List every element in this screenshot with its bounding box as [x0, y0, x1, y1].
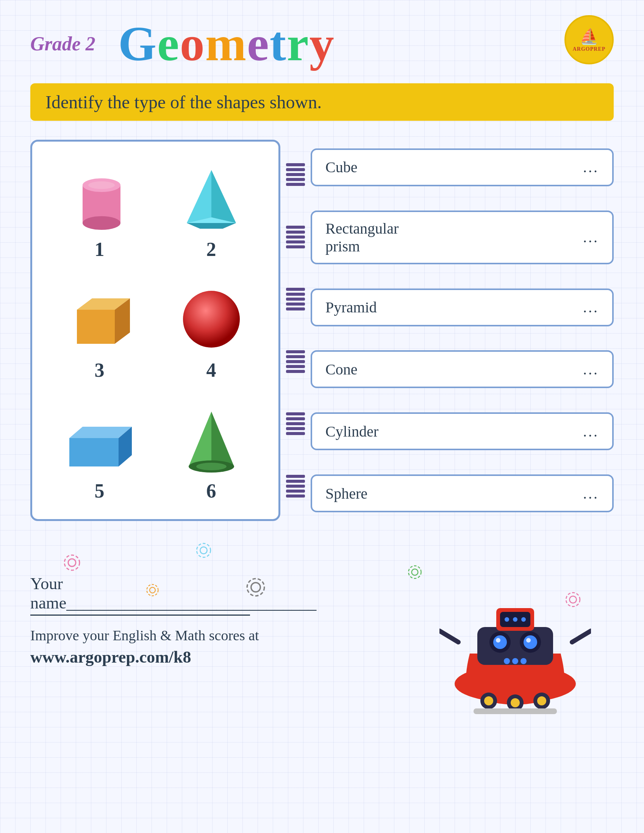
answer-box-sphere[interactable]: Sphere ...: [311, 474, 614, 512]
svg-point-60: [510, 698, 520, 707]
svg-point-38: [513, 617, 517, 622]
connector-2: [282, 228, 309, 246]
answer-label-pyramid: Pyramid: [325, 298, 377, 316]
svg-point-37: [505, 617, 509, 622]
svg-point-55: [512, 658, 518, 664]
logo-icon: ⛵: [580, 27, 599, 45]
svg-line-46: [440, 631, 458, 642]
svg-point-26: [247, 579, 264, 596]
connector-1: [282, 165, 309, 184]
rectangular-prism-shape: [62, 400, 137, 476]
svg-point-28: [408, 566, 421, 578]
exercise-area: 1 2: [30, 140, 614, 521]
answer-label-sphere: Sphere: [325, 485, 367, 502]
shape-cell-1: 1: [47, 153, 151, 266]
answer-label-cube: Cube: [325, 158, 357, 176]
gear-decoration-1: [61, 551, 83, 576]
shape-number-6: 6: [206, 480, 216, 502]
shape-number-5: 5: [95, 480, 105, 502]
answer-label-cone: Cone: [325, 360, 357, 378]
shapes-box: 1 2: [30, 140, 280, 521]
logo: ⛵ ARGOPREP: [564, 15, 614, 64]
connector-6: [282, 477, 309, 495]
cone-shape: [174, 400, 249, 476]
answer-box-cube[interactable]: Cube ...: [311, 148, 614, 186]
gear-decoration-2: [193, 540, 214, 562]
shape-cell-2: 2: [159, 153, 263, 266]
answer-box-cone[interactable]: Cone ...: [311, 350, 614, 388]
cylinder-shape: [62, 159, 137, 234]
shape-number-3: 3: [95, 359, 105, 381]
svg-point-22: [196, 544, 211, 557]
svg-point-25: [251, 583, 261, 592]
gear-decoration-5: [405, 563, 424, 583]
answer-box-pyramid[interactable]: Pyramid ...: [311, 288, 614, 326]
answer-box-rectangular-prism[interactable]: Rectangularprism ...: [311, 211, 614, 264]
bottom-section: Your name______________________________ …: [30, 544, 614, 703]
instruction-text: Identify the type of the shapes shown.: [45, 92, 322, 112]
sphere-shape: [174, 280, 249, 355]
connector-5: [282, 414, 309, 433]
svg-point-44: [496, 638, 501, 643]
svg-point-24: [147, 585, 158, 596]
connector-4: [282, 352, 309, 371]
shape-number-4: 4: [206, 359, 216, 381]
svg-point-62: [537, 696, 546, 705]
logo-text: ARGOPREP: [573, 46, 606, 52]
svg-marker-4: [187, 170, 211, 223]
shape-number-1: 1: [95, 238, 105, 261]
connector-3: [282, 289, 309, 309]
robot-illustration: [440, 551, 591, 710]
connector-area: [280, 140, 311, 521]
svg-point-18: [196, 463, 227, 470]
page-title: Geometry: [118, 15, 335, 72]
cube-shape: [62, 280, 137, 355]
shape-cell-6: 6: [159, 394, 263, 508]
answer-dots-sphere: ...: [583, 485, 599, 502]
shape-cell-3: 3: [47, 274, 151, 387]
svg-marker-12: [69, 438, 119, 466]
svg-point-27: [412, 569, 418, 576]
answer-dots-rectangular-prism: ...: [583, 228, 599, 246]
instruction-banner: Identify the type of the shapes shown.: [30, 83, 614, 121]
svg-point-23: [150, 587, 155, 593]
svg-point-1: [82, 216, 121, 230]
svg-point-45: [526, 638, 531, 643]
svg-point-42: [493, 635, 507, 649]
svg-point-56: [520, 658, 526, 664]
answers-area: Cube ... Rectangularprism ... Pyramid ..…: [311, 140, 614, 521]
answer-dots-cylinder: ...: [583, 423, 599, 441]
svg-marker-15: [188, 412, 211, 466]
svg-point-58: [484, 696, 493, 705]
svg-point-43: [523, 635, 537, 649]
gear-decoration-3: [144, 582, 161, 600]
shape-cell-4: 4: [159, 274, 263, 387]
svg-point-11: [183, 291, 240, 347]
answer-box-cylinder[interactable]: Cylinder ...: [311, 412, 614, 450]
gear-decoration-4: [242, 574, 269, 602]
robot-svg: [440, 551, 591, 722]
answer-dots-pyramid: ...: [583, 298, 599, 316]
pyramid-shape: [174, 159, 249, 234]
answer-dots-cube: ...: [583, 158, 599, 176]
svg-marker-16: [211, 412, 234, 466]
grade-label: Grade 2: [30, 32, 95, 55]
answer-label-cylinder: Cylinder: [325, 423, 378, 441]
svg-point-54: [504, 658, 510, 664]
svg-point-3: [88, 182, 115, 189]
svg-point-20: [64, 555, 80, 570]
header: Grade 2 Geometry ⛵ ARGOPREP: [30, 15, 614, 72]
shape-cell-5: 5: [47, 394, 151, 508]
svg-marker-8: [77, 310, 115, 344]
svg-line-50: [572, 631, 591, 642]
svg-point-19: [68, 559, 76, 566]
svg-rect-63: [473, 708, 557, 714]
svg-point-39: [521, 617, 526, 622]
shape-number-2: 2: [206, 238, 216, 261]
answer-label-rectangular-prism: Rectangularprism: [325, 220, 399, 255]
answer-dots-cone: ...: [583, 360, 599, 378]
svg-point-21: [200, 547, 207, 553]
name-label: Your name______________________________: [30, 574, 250, 616]
svg-marker-5: [211, 170, 236, 223]
